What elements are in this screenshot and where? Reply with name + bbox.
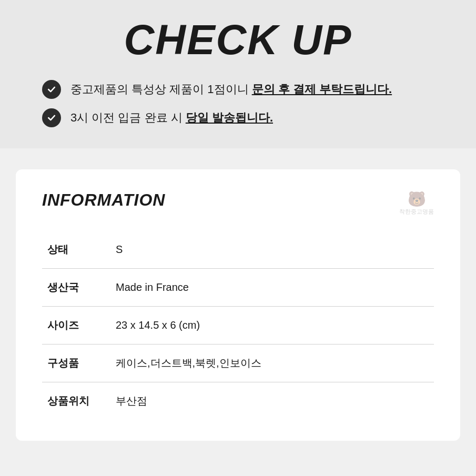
value-contents: 케이스,더스트백,북렛,인보이스 bbox=[110, 345, 434, 382]
value-origin: Made in France bbox=[110, 269, 434, 307]
value-location: 부산점 bbox=[110, 382, 434, 420]
info-table: 상태 S 생산국 Made in France 사이즈 23 x 14.5 x … bbox=[42, 231, 434, 420]
table-row-size: 사이즈 23 x 14.5 x 6 (cm) bbox=[42, 307, 434, 345]
check-text-2: 3시 이전 입금 완료 시 당일 발송됩니다. bbox=[70, 110, 273, 126]
checkmark-icon-1 bbox=[42, 80, 61, 99]
info-title: INFORMATION bbox=[42, 190, 165, 210]
value-size: 23 x 14.5 x 6 (cm) bbox=[110, 307, 434, 345]
value-status: S bbox=[110, 231, 434, 269]
check-text-1: 중고제품의 특성상 제품이 1점이니 문의 후 결제 부탁드립니다. bbox=[70, 82, 392, 98]
label-status: 상태 bbox=[42, 231, 110, 269]
table-row-location: 상품위치 부산점 bbox=[42, 382, 434, 420]
checkmark-icon-2 bbox=[42, 108, 61, 127]
page-title: CHECK UP bbox=[32, 16, 444, 64]
check-item-1: 중고제품의 특성상 제품이 1점이니 문의 후 결제 부탁드립니다. bbox=[42, 80, 434, 99]
table-row-contents: 구성품 케이스,더스트백,북렛,인보이스 bbox=[42, 345, 434, 382]
watermark: 🐻 착한중고명품 bbox=[399, 190, 434, 215]
watermark-label: 착한중고명품 bbox=[399, 208, 434, 215]
information-section: INFORMATION 🐻 착한중고명품 상태 S 생산국 Made in Fr… bbox=[16, 169, 460, 441]
label-size: 사이즈 bbox=[42, 307, 110, 345]
table-row-origin: 생산국 Made in France bbox=[42, 269, 434, 307]
check-items-list: 중고제품의 특성상 제품이 1점이니 문의 후 결제 부탁드립니다. 3시 이전… bbox=[32, 80, 444, 127]
label-location: 상품위치 bbox=[42, 382, 110, 420]
info-header: INFORMATION 🐻 착한중고명품 bbox=[42, 190, 434, 215]
watermark-bear-icon: 🐻 bbox=[408, 190, 426, 208]
table-row-status: 상태 S bbox=[42, 231, 434, 269]
check-item-2: 3시 이전 입금 완료 시 당일 발송됩니다. bbox=[42, 108, 434, 127]
label-origin: 생산국 bbox=[42, 269, 110, 307]
label-contents: 구성품 bbox=[42, 345, 110, 382]
top-section: CHECK UP 중고제품의 특성상 제품이 1점이니 문의 후 결제 부탁드립… bbox=[0, 0, 476, 148]
